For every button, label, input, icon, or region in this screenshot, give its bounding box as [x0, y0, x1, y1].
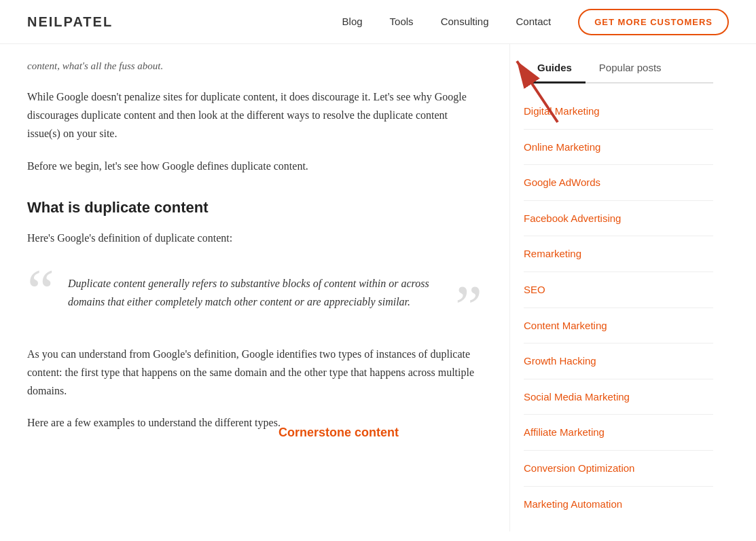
here-is-google-text: Here's Google's definition of duplicate …: [27, 229, 482, 247]
guide-list-item: Facebook Advertising: [524, 201, 713, 237]
intro-paragraph: While Google doesn't penalize sites for …: [27, 88, 482, 143]
as-you-can-text: As you can understand from Google's defi…: [27, 345, 482, 400]
guide-list-item: Digital Marketing: [524, 94, 713, 130]
guide-link[interactable]: Online Marketing: [524, 141, 600, 153]
quote-open-mark: “: [27, 261, 54, 322]
guide-list-item: Google AdWords: [524, 165, 713, 201]
guide-link[interactable]: Social Media Marketing: [524, 391, 630, 403]
guide-link[interactable]: Affiliate Marketing: [524, 426, 605, 438]
guide-link[interactable]: SEO: [524, 284, 545, 295]
guide-list-item: Marketing Automation: [524, 487, 713, 522]
guide-list-item: Growth Hacking: [524, 343, 713, 379]
guide-link[interactable]: Google AdWords: [524, 176, 600, 188]
guides-list: Digital MarketingOnline MarketingGoogle …: [524, 94, 713, 521]
header: NEILPATEL Blog Tools Consulting Contact …: [0, 0, 756, 44]
guide-list-item: Content Marketing: [524, 308, 713, 344]
guide-link[interactable]: Facebook Advertising: [524, 212, 621, 224]
guide-link[interactable]: Content Marketing: [524, 320, 607, 331]
sidebar: Guides Popular posts Digital MarketingOn…: [509, 44, 727, 531]
nav-blog[interactable]: Blog: [342, 14, 363, 30]
guide-link[interactable]: Conversion Optimization: [524, 462, 634, 474]
guide-list-item: Online Marketing: [524, 130, 713, 166]
cornerstone-label: Cornerstone content: [278, 423, 399, 443]
guide-list-item: Conversion Optimization: [524, 451, 713, 487]
cta-button[interactable]: GET MORE CUSTOMERS: [578, 9, 729, 35]
main-content: content, what's all the fuss about. Whil…: [0, 44, 509, 531]
tab-guides[interactable]: Guides: [524, 54, 586, 83]
quote-text: Duplicate content generally refers to su…: [68, 274, 455, 311]
guide-list-item: Affiliate Marketing: [524, 415, 713, 451]
page-layout: content, what's all the fuss about. Whil…: [0, 44, 756, 531]
nav-consulting[interactable]: Consulting: [441, 14, 489, 30]
guide-link[interactable]: Growth Hacking: [524, 355, 596, 367]
quote-block: “ Duplicate content generally refers to …: [27, 261, 482, 324]
guide-list-item: Remarketing: [524, 236, 713, 272]
tab-popular-posts[interactable]: Popular posts: [586, 54, 675, 82]
truncated-top-text: content, what's all the fuss about.: [27, 58, 482, 74]
guide-list-item: SEO: [524, 272, 713, 308]
sidebar-tabs: Guides Popular posts: [524, 54, 713, 83]
logo[interactable]: NEILPATEL: [27, 11, 113, 33]
guide-list-item: Social Media Marketing: [524, 379, 713, 415]
here-are-few-text: Here are a few examples to understand th…: [27, 413, 482, 432]
section-heading: What is duplicate content: [27, 195, 482, 219]
quote-close-mark: ”: [455, 277, 482, 338]
nav-tools[interactable]: Tools: [390, 14, 414, 30]
main-nav: Blog Tools Consulting Contact GET MORE C…: [342, 9, 729, 35]
guide-link[interactable]: Digital Marketing: [524, 105, 600, 117]
guide-link[interactable]: Remarketing: [524, 248, 581, 259]
guide-link[interactable]: Marketing Automation: [524, 498, 622, 510]
nav-contact[interactable]: Contact: [516, 14, 552, 30]
before-begin-text: Before we begin, let's see how Google de…: [27, 157, 482, 175]
